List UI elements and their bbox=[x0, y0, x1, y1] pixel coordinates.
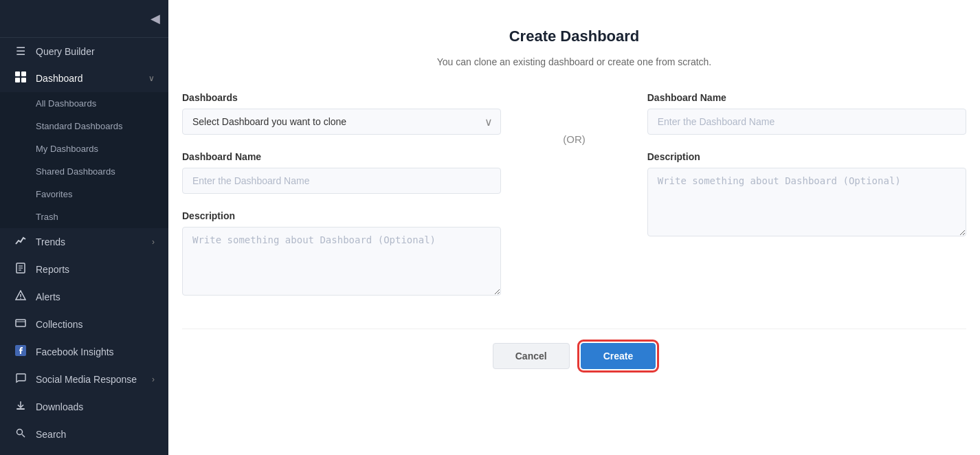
sidebar-header: ◀ bbox=[0, 0, 168, 38]
form-right: Dashboard Name Description bbox=[606, 92, 966, 256]
search-icon bbox=[14, 428, 27, 441]
sidebar-subitem-my-dashboards[interactable]: My Dashboards bbox=[0, 137, 168, 160]
form-left: Dashboards Select Dashboard you want to … bbox=[182, 92, 542, 315]
page-title: Create Dashboard bbox=[509, 27, 640, 45]
create-button[interactable]: Create bbox=[581, 343, 656, 369]
main-content: Create Dashboard You can clone an existi… bbox=[168, 0, 980, 455]
sidebar-item-label: Social Media Response bbox=[36, 374, 144, 385]
left-description-textarea[interactable] bbox=[182, 227, 501, 296]
right-dashboard-name-label: Dashboard Name bbox=[647, 92, 966, 103]
left-description-form-group: Description bbox=[182, 210, 501, 298]
left-description-label: Description bbox=[182, 210, 501, 221]
sidebar-subitem-favorites[interactable]: Favorites bbox=[0, 183, 168, 206]
svg-rect-11 bbox=[16, 320, 25, 326]
page-subtitle: You can clone an existing dashboard or c… bbox=[437, 56, 712, 67]
sidebar-subitem-shared-dashboards[interactable]: Shared Dashboards bbox=[0, 160, 168, 183]
form-container: Dashboards Select Dashboard you want to … bbox=[182, 92, 966, 315]
dashboards-select[interactable]: Select Dashboard you want to clone bbox=[182, 109, 501, 135]
sidebar-item-search[interactable]: Search bbox=[0, 421, 168, 448]
or-divider: (OR) bbox=[542, 92, 606, 145]
sidebar-item-label: Reports bbox=[36, 264, 155, 275]
left-dashboard-name-input[interactable] bbox=[182, 168, 501, 194]
right-description-textarea[interactable] bbox=[647, 168, 966, 236]
page-content: Create Dashboard You can clone an existi… bbox=[168, 0, 980, 455]
sidebar-item-alerts[interactable]: Alerts bbox=[0, 283, 168, 311]
action-bar: Cancel Create bbox=[182, 329, 966, 369]
trends-icon bbox=[14, 235, 27, 249]
dashboards-select-wrapper: Select Dashboard you want to clone ∨ bbox=[182, 109, 501, 135]
query-builder-icon: ☰ bbox=[14, 45, 27, 58]
cancel-button[interactable]: Cancel bbox=[493, 343, 570, 369]
sidebar-toggle[interactable]: ◀ bbox=[151, 11, 160, 26]
dashboards-form-group: Dashboards Select Dashboard you want to … bbox=[182, 92, 501, 135]
reports-icon bbox=[14, 263, 27, 276]
right-dashboard-name-input[interactable] bbox=[647, 109, 966, 135]
sidebar-item-trends[interactable]: Trends › bbox=[0, 228, 168, 256]
right-description-form-group: Description bbox=[647, 151, 966, 239]
svg-rect-0 bbox=[15, 71, 20, 76]
svg-rect-15 bbox=[16, 408, 25, 410]
alerts-icon bbox=[14, 290, 27, 304]
sidebar-item-label: Query Builder bbox=[36, 46, 155, 57]
sidebar-item-label: Alerts bbox=[36, 291, 155, 302]
facebook-insights-icon bbox=[14, 345, 27, 359]
sidebar-item-label: Trends bbox=[36, 236, 144, 247]
svg-line-17 bbox=[22, 434, 25, 437]
or-label: (OR) bbox=[563, 133, 586, 145]
social-media-response-icon bbox=[14, 373, 27, 386]
sidebar-item-query-builder[interactable]: ☰ Query Builder bbox=[0, 38, 168, 65]
sidebar-item-collections[interactable]: Collections bbox=[0, 311, 168, 338]
svg-rect-3 bbox=[21, 78, 26, 82]
svg-rect-2 bbox=[15, 78, 20, 82]
sidebar-subitem-standard-dashboards[interactable]: Standard Dashboards bbox=[0, 115, 168, 137]
sidebar-item-reports[interactable]: Reports bbox=[0, 256, 168, 283]
chevron-right-icon: › bbox=[152, 375, 155, 384]
sidebar-item-dashboard[interactable]: Dashboard ∨ bbox=[0, 65, 168, 92]
sidebar-item-label: Facebook Insights bbox=[36, 346, 155, 357]
sidebar-subitem-all-dashboards[interactable]: All Dashboards bbox=[0, 92, 168, 115]
sidebar: ◀ ☰ Query Builder Dashboard ∨ All Dashbo… bbox=[0, 0, 168, 455]
sidebar-item-social-media-response[interactable]: Social Media Response › bbox=[0, 366, 168, 393]
sidebar-item-label: Collections bbox=[36, 319, 155, 330]
sidebar-item-label: Downloads bbox=[36, 401, 155, 412]
right-description-label: Description bbox=[647, 151, 966, 162]
svg-point-10 bbox=[20, 298, 21, 299]
sidebar-submenu-dashboard: All Dashboards Standard Dashboards My Da… bbox=[0, 92, 168, 228]
svg-point-16 bbox=[17, 430, 23, 435]
right-dashboard-name-form-group: Dashboard Name bbox=[647, 92, 966, 135]
left-dashboard-name-form-group: Dashboard Name bbox=[182, 151, 501, 194]
sidebar-item-facebook-insights[interactable]: Facebook Insights bbox=[0, 338, 168, 366]
dashboard-icon bbox=[14, 71, 27, 85]
chevron-down-icon: ∨ bbox=[148, 74, 155, 83]
chevron-right-icon: › bbox=[152, 237, 155, 247]
downloads-icon bbox=[14, 400, 27, 414]
sidebar-item-downloads[interactable]: Downloads bbox=[0, 393, 168, 421]
collections-icon bbox=[14, 318, 27, 331]
sidebar-subitem-trash[interactable]: Trash bbox=[0, 206, 168, 228]
dashboards-label: Dashboards bbox=[182, 92, 501, 103]
sidebar-item-label: Dashboard bbox=[36, 73, 140, 84]
svg-rect-1 bbox=[21, 71, 26, 76]
left-dashboard-name-label: Dashboard Name bbox=[182, 151, 501, 162]
sidebar-item-label: Search bbox=[36, 429, 155, 440]
